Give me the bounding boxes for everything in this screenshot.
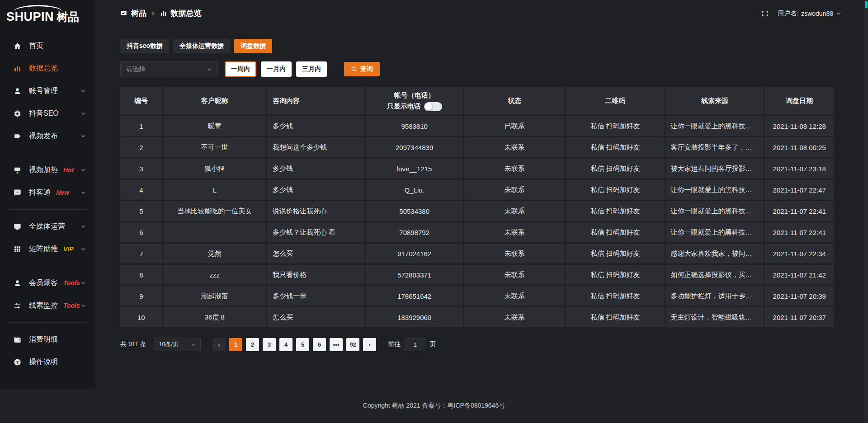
cell-qrcode-link[interactable]: 私信 扫码加好友 — [566, 307, 665, 329]
cell-source-link[interactable]: 无主灯设计，智能磁吸轨道灯... — [665, 307, 765, 329]
page-button-4[interactable]: 4 — [279, 338, 292, 351]
cell-qrcode-link[interactable]: 私信 扫码加好友 — [566, 116, 665, 137]
page-ellipsis-button[interactable]: ••• — [330, 338, 343, 351]
page-button-1[interactable]: 1 — [229, 338, 242, 351]
cell-status: 未联系 — [464, 201, 566, 222]
page-size-value: 10条/页 — [159, 340, 179, 348]
sidebar-item-expense-detail[interactable]: 消费明细 — [0, 328, 95, 351]
page-button-3[interactable]: 3 — [263, 338, 276, 351]
cell-source-link[interactable]: 让你一眼就爱上的黑科技，能... — [665, 116, 765, 137]
sidebar-item-omnimedia[interactable]: 全媒体运营 — [0, 215, 95, 238]
cell-date: 2021-11-07 22:41 — [765, 201, 834, 222]
page-scrollbar[interactable] — [864, 0, 868, 423]
page-button-2[interactable]: 2 — [246, 338, 259, 351]
goto-page-input[interactable] — [405, 338, 425, 351]
sidebar-item-account-management[interactable]: 账号管理 — [0, 80, 95, 102]
cell-nickname: L — [163, 180, 267, 201]
cell-qrcode-link[interactable]: 私信 扫码加好友 — [566, 244, 665, 265]
cell-qrcode-link[interactable]: 私信 扫码加好友 — [566, 201, 665, 222]
cell-nickname — [163, 222, 267, 244]
cell-account: 50534380 — [366, 201, 464, 222]
range-quarter-button[interactable]: 三月内 — [296, 61, 327, 77]
sidebar-item-label: 抖音SEO — [29, 109, 59, 118]
range-month-button[interactable]: 一月内 — [261, 61, 292, 77]
phone-only-toggle[interactable] — [424, 102, 442, 111]
cell-id: 6 — [120, 222, 163, 244]
page-button-92[interactable]: 92 — [346, 338, 359, 351]
cell-id: 2 — [120, 137, 163, 159]
cell-qrcode-link[interactable]: 私信 扫码加好友 — [566, 222, 665, 244]
topbar: 树品 > 数据总览 用户名: zswodun88 — [95, 0, 868, 27]
sidebar-item-label: 抖客通 — [29, 188, 51, 197]
breadcrumb: 树品 > 数据总览 — [120, 8, 202, 19]
cell-qrcode-link[interactable]: 私信 扫码加好友 — [566, 137, 665, 159]
cell-source-link[interactable]: 感谢大家喜欢我家，被问了好... — [665, 244, 765, 265]
sidebar-item-home[interactable]: 首页 — [0, 34, 95, 57]
cell-source-link[interactable]: 让你一眼就爱上的黑科技，能... — [665, 201, 765, 222]
cell-qrcode-link[interactable]: 私信 扫码加好友 — [566, 159, 665, 180]
board-chart-icon — [120, 10, 127, 17]
cell-id: 5 — [120, 201, 163, 222]
scrollbar-thumb[interactable] — [865, 1, 868, 8]
fullscreen-icon[interactable] — [761, 10, 769, 17]
sidebar-item-member-leads[interactable]: 会员爆客 Tools — [0, 272, 95, 294]
cell-status: 未联系 — [464, 137, 566, 159]
wallet-icon — [14, 336, 23, 343]
sidebar-item-label: 会员爆客 — [29, 278, 58, 288]
tab-douyin-seo-data[interactable]: 抖音seo数据 — [120, 39, 169, 53]
prev-page-button[interactable]: ‹ — [212, 338, 226, 351]
cell-source-link[interactable]: 让你一眼就爱上的黑科技，能... — [665, 222, 765, 244]
page-size-select[interactable]: 10条/页 — [154, 338, 201, 351]
cell-status: 已联系 — [464, 116, 566, 137]
account-select[interactable]: 请选择 — [120, 61, 218, 77]
video-camera-icon — [14, 132, 23, 140]
cell-source-link[interactable]: 多功能护栏灯，适用于乡村文... — [665, 286, 765, 307]
cell-content: 多少钱 — [267, 159, 366, 180]
next-page-button[interactable]: › — [363, 338, 376, 351]
sidebar-item-lead-monitor[interactable]: 线索监控 Tools — [0, 294, 95, 317]
page-button-5[interactable]: 5 — [296, 338, 309, 351]
gear-icon — [14, 110, 23, 118]
cell-qrcode-link[interactable]: 私信 扫码加好友 — [566, 286, 665, 307]
sidebar-item-matrix-boost[interactable]: 矩阵助推 VIP — [0, 238, 95, 260]
cell-qrcode-link[interactable]: 私信 扫码加好友 — [566, 180, 665, 201]
sliders-icon — [14, 302, 23, 310]
cell-nickname: 觉然 — [163, 244, 267, 265]
chevron-down-icon — [207, 66, 212, 72]
cell-source-link[interactable]: 被大家追着问的客厅投影分享... — [665, 159, 765, 180]
user-menu[interactable]: 用户名: zswodun88 — [778, 9, 841, 18]
col-account-title: 帐号（电话） — [371, 91, 458, 100]
sidebar-item-douketong[interactable]: 抖客通 New — [0, 181, 95, 204]
tab-omnimedia-data[interactable]: 全媒体运营数据 — [173, 39, 230, 53]
cell-account: 2097344839 — [366, 137, 464, 159]
filter-row: 请选择 一周内 一月内 三月内 查询 — [120, 61, 834, 77]
chevron-down-icon — [80, 133, 86, 139]
cell-source-link[interactable]: 如何正确选择投影仪，买投影... — [665, 265, 765, 286]
cell-account: 178651642 — [366, 286, 464, 307]
cell-status: 未联系 — [464, 180, 566, 201]
app-logo: SHUPIN 树品 — [0, 4, 95, 30]
toggle-knob — [425, 103, 432, 110]
tab-inquiry-data[interactable]: 询盘数据 — [234, 39, 272, 53]
breadcrumb-root[interactable]: 树品 — [131, 8, 146, 19]
cell-account: 9583810 — [366, 116, 464, 137]
inquiry-table: 编号 客户昵称 咨询内容 帐号（电话） 只显示电话 状态 — [120, 87, 834, 329]
cell-id: 8 — [120, 265, 163, 286]
search-button[interactable]: 查询 — [344, 62, 380, 76]
sidebar-item-data-overview[interactable]: 数据总览 — [0, 57, 95, 80]
cell-account: Q_Liu. — [366, 180, 464, 201]
menu-divider — [8, 153, 87, 153]
sidebar-item-video-publish[interactable]: 视频发布 — [0, 125, 95, 147]
vip-badge: VIP — [63, 245, 74, 253]
cell-qrcode-link[interactable]: 私信 扫码加好友 — [566, 265, 665, 286]
table-row: 2不可一世我想问这个多少钱2097344839未联系私信 扫码加好友客厅安装投影… — [120, 137, 834, 159]
cell-source-link[interactable]: 客厅安装投影半年多了，真实... — [665, 137, 765, 159]
cell-nickname: 当地比较能吃的一位美女 — [163, 201, 267, 222]
page-button-6[interactable]: 6 — [313, 338, 326, 351]
sidebar-item-instructions[interactable]: ? 操作说明 — [0, 351, 95, 373]
sidebar-item-video-heat[interactable]: 视频加热 Hot — [0, 159, 95, 181]
cell-source-link[interactable]: 让你一眼就爱上的黑科技，能... — [665, 180, 765, 201]
sidebar-item-label: 矩阵助推 — [29, 244, 58, 254]
sidebar-item-douyin-seo[interactable]: 抖音SEO — [0, 102, 95, 125]
range-week-button[interactable]: 一周内 — [225, 61, 256, 77]
